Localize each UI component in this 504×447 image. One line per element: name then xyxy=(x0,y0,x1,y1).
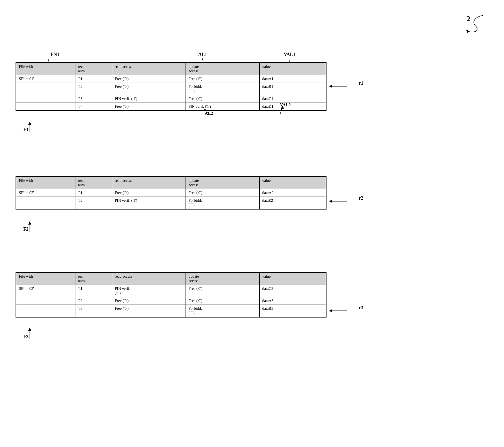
table1-row3-col3: PIN verif. ('1') xyxy=(112,95,186,103)
table3-header-col5: value xyxy=(259,273,326,285)
table1-row1: SFI = '01' '01' Free ('0') Free ('0') da… xyxy=(16,75,326,83)
table2-header-col1: File with xyxy=(16,177,75,189)
al2-arrow xyxy=(200,106,215,117)
table3: File with rec.num. read access updateacc… xyxy=(16,272,326,318)
table1-header-row: File with rec.num. read access updateacc… xyxy=(16,63,326,75)
f1-arrow xyxy=(25,119,40,135)
table3-header-col4: updateaccess xyxy=(186,273,260,285)
table1-row4-col5: dataD1 xyxy=(259,103,326,111)
table2-row2-col2: '02' xyxy=(75,197,112,209)
table1-row2: '02' Free ('0') Forbidden('F') dataB1 xyxy=(16,83,326,95)
table1-row1-col5: dataA1 xyxy=(259,75,326,83)
svg-marker-14 xyxy=(280,106,284,109)
table1-row2-col5: dataB1 xyxy=(259,83,326,95)
table2-row1-col1: SFI = '02' xyxy=(16,189,75,197)
table3-row1-col2: '01' xyxy=(75,285,112,297)
table1-header-col5: value xyxy=(259,63,326,75)
page: 2 EN1 AL1 VAL1 File with rec.num. read a… xyxy=(0,0,504,447)
table3-header-col2: rec.num. xyxy=(75,273,112,285)
table3-row3-col1 xyxy=(16,305,75,317)
table3-row3-col4: Forbidden('F') xyxy=(186,305,260,317)
svg-marker-0 xyxy=(466,30,469,33)
table1-row3: '03' PIN verif. ('1') Free ('0') dataC1 xyxy=(16,95,326,103)
table2-row1-col5: dataA2 xyxy=(259,189,326,197)
table2-header-col3: read access xyxy=(112,177,186,189)
table3-row2-col3: Free ('0') xyxy=(112,297,186,305)
table3-row3-col3: Free ('0') xyxy=(112,305,186,317)
table2-row1: SFI = '02' '01' Free ('0') Free ('0') da… xyxy=(16,189,326,197)
svg-marker-22 xyxy=(28,328,31,331)
table3-row1-col5: dataC3 xyxy=(259,285,326,297)
table3-row1-col1: SFI = '03' xyxy=(16,285,75,297)
table3-row3-col5: dataB3 xyxy=(259,305,326,317)
table2-row1-col3: Free ('0') xyxy=(112,189,186,197)
svg-marker-18 xyxy=(28,221,31,225)
label-r3: r3 xyxy=(359,305,363,311)
table2: File with rec.num. read access updateacc… xyxy=(16,176,326,210)
table3-row1-col4: Free ('0') xyxy=(186,285,260,297)
table1-header-col4: updateaccess xyxy=(186,63,260,75)
svg-marker-8 xyxy=(329,85,332,88)
table1-row2-col2: '02' xyxy=(75,83,112,95)
table1-row1-col3: Free ('0') xyxy=(112,75,186,83)
r2-arrow xyxy=(326,197,358,205)
table1-header-col1: File with xyxy=(16,63,75,75)
table1-row4-col4: PIN verif. ('1') xyxy=(186,103,260,111)
table2-header-col4: updateaccess xyxy=(186,177,260,189)
table2-row2-col4: Forbidden('F') xyxy=(186,197,260,209)
table1-header-col2: rec.num. xyxy=(75,63,112,75)
table2-header-row: File with rec.num. read access updateacc… xyxy=(16,177,326,189)
table3-row1: SFI = '03' '01' PIN verif.('1') Free ('0… xyxy=(16,285,326,297)
svg-marker-20 xyxy=(329,309,332,312)
table2-row1-col4: Free ('0') xyxy=(186,189,260,197)
table1-row2-col1 xyxy=(16,83,75,95)
svg-marker-16 xyxy=(329,200,332,203)
table1-row1-col2: '01' xyxy=(75,75,112,83)
table3-header-col1: File with xyxy=(16,273,75,285)
table3-row2-col5: dataA3 xyxy=(259,297,326,305)
table1-row3-col4: Free ('0') xyxy=(186,95,260,103)
table2-row2-col5: dataE2 xyxy=(259,197,326,209)
table3-row3: '03' Free ('0') Forbidden('F') dataB3 xyxy=(16,305,326,317)
table1-row2-col3: Free ('0') xyxy=(112,83,186,95)
table2-row1-col2: '01' xyxy=(75,189,112,197)
table2-header-col5: value xyxy=(259,177,326,189)
table3-row2-col1 xyxy=(16,297,75,305)
table3-row2-col4: Free ('0') xyxy=(186,297,260,305)
table3-row3-col2: '03' xyxy=(75,305,112,317)
label-r1: r1 xyxy=(359,81,363,86)
table2-row2-col1 xyxy=(16,197,75,209)
table3-row1-col3: PIN verif.('1') xyxy=(112,285,186,297)
table2-header-col2: rec.num. xyxy=(75,177,112,189)
table1-header-col3: read access xyxy=(112,63,186,75)
table3-row2: '02' Free ('0') Free ('0') dataA3 xyxy=(16,297,326,305)
table3-header-col3: read access xyxy=(112,273,186,285)
table1-row1-col1: SFI = '01' xyxy=(16,75,75,83)
label-r2: r2 xyxy=(359,196,363,201)
f2-arrow xyxy=(25,219,40,234)
table3-header-row: File with rec.num. read access updateacc… xyxy=(16,273,326,285)
f3-arrow xyxy=(25,325,40,342)
table1-row3-col5: dataC1 xyxy=(259,95,326,103)
table2-row2-col3: PIN verif. ('1') xyxy=(112,197,186,209)
svg-marker-10 xyxy=(28,122,31,125)
table1-row4-col2: '04' xyxy=(75,103,112,111)
table1-row3-col1 xyxy=(16,95,75,103)
table1-row4-col3: Free ('0') xyxy=(112,103,186,111)
r1-arrow xyxy=(326,82,358,90)
figure-arrow xyxy=(463,10,488,36)
table1-row4-col1 xyxy=(16,103,75,111)
table1-row3-col2: '03' xyxy=(75,95,112,103)
table1-row1-col4: Free ('0') xyxy=(186,75,260,83)
val2-arrow xyxy=(276,102,292,117)
r3-arrow xyxy=(326,307,358,315)
table1-row2-col4: Forbidden('F') xyxy=(186,83,260,95)
table3-row2-col2: '02' xyxy=(75,297,112,305)
table2-row2: '02' PIN verif. ('1') Forbidden('F') dat… xyxy=(16,197,326,209)
